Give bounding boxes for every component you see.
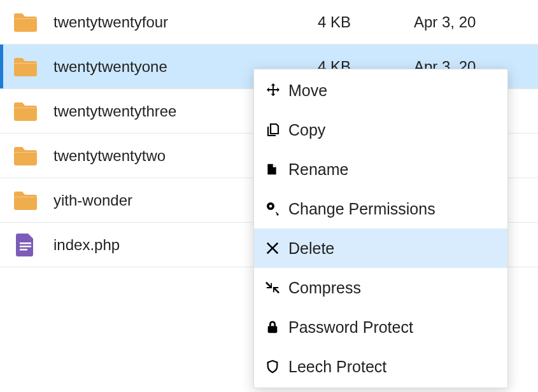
- svg-rect-5: [268, 326, 278, 333]
- folder-icon: [0, 57, 51, 76]
- file-name: twentytwentyone: [51, 58, 280, 76]
- key-icon: [265, 199, 287, 218]
- folder-icon: [0, 191, 51, 210]
- folder-icon: [0, 102, 51, 121]
- lock-icon: [265, 318, 287, 337]
- move-icon: [265, 81, 287, 100]
- menu-item-password-protect[interactable]: Password Protect: [254, 307, 507, 347]
- svg-point-4: [269, 205, 273, 208]
- compress-icon: [265, 278, 287, 297]
- folder-icon: [0, 146, 51, 165]
- file-size: 4 KB: [280, 13, 388, 31]
- file-date: Apr 3, 20: [388, 13, 538, 31]
- menu-item-move[interactable]: Move: [254, 71, 507, 110]
- svg-rect-2: [20, 249, 27, 251]
- menu-label: Delete: [287, 239, 334, 258]
- copy-icon: [265, 120, 287, 139]
- menu-label: Copy: [287, 121, 325, 139]
- file-name: yith-wonder: [51, 192, 280, 209]
- svg-rect-1: [20, 246, 31, 248]
- menu-item-compress[interactable]: Compress: [254, 268, 507, 307]
- file-name: twentytwentythree: [51, 102, 280, 120]
- menu-label: Rename: [287, 160, 349, 179]
- menu-item-copy[interactable]: Copy: [254, 110, 507, 150]
- menu-item-leech-protect[interactable]: Leech Protect: [254, 347, 507, 386]
- context-menu: Move Copy Rename Change Permissions Dele…: [253, 69, 508, 388]
- file-name: index.php: [51, 236, 280, 254]
- svg-rect-0: [20, 242, 31, 244]
- menu-item-change-permissions[interactable]: Change Permissions: [254, 189, 507, 228]
- menu-label: Password Protect: [287, 318, 413, 337]
- file-name: twentytwentyfour: [51, 13, 280, 31]
- times-icon: [265, 239, 287, 258]
- menu-item-delete[interactable]: Delete: [254, 228, 507, 268]
- folder-icon: [0, 13, 51, 32]
- file-icon: [0, 234, 51, 256]
- menu-label: Compress: [287, 279, 361, 297]
- menu-label: Leech Protect: [287, 358, 386, 376]
- menu-label: Change Permissions: [287, 200, 435, 218]
- menu-label: Move: [287, 81, 327, 100]
- menu-item-rename[interactable]: Rename: [254, 150, 507, 189]
- file-name: twentytwentytwo: [51, 147, 280, 165]
- rename-icon: [265, 160, 287, 179]
- table-row[interactable]: twentytwentyfour 4 KB Apr 3, 20: [0, 0, 538, 45]
- shield-icon: [265, 357, 287, 376]
